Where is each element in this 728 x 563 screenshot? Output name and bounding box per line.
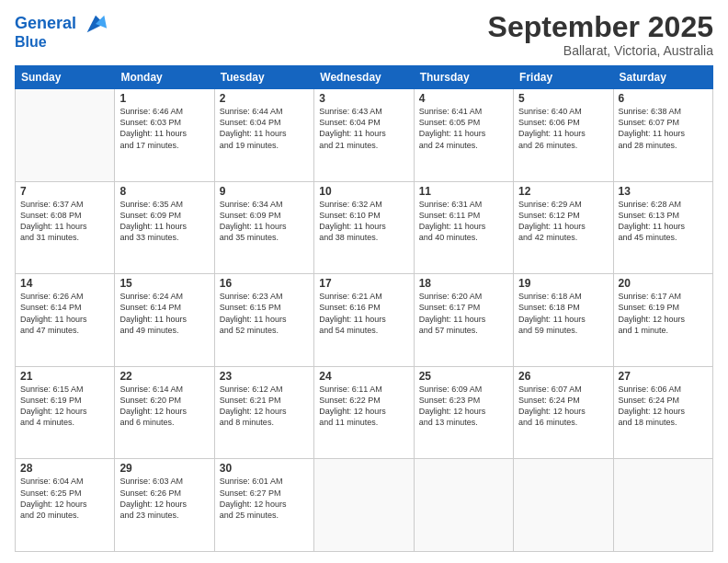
logo-icon	[83, 11, 108, 37]
logo-general: General	[15, 14, 76, 32]
day-number: 27	[619, 370, 708, 383]
location-subtitle: Ballarat, Victoria, Australia	[488, 43, 713, 58]
cell-info: Sunrise: 6:43 AMSunset: 6:04 PMDaylight:…	[319, 106, 408, 151]
cell-info: Sunrise: 6:32 AMSunset: 6:10 PMDaylight:…	[319, 199, 408, 244]
table-row: 5Sunrise: 6:40 AMSunset: 6:06 PMDaylight…	[514, 89, 613, 182]
table-row: 22Sunrise: 6:14 AMSunset: 6:20 PMDayligh…	[115, 366, 214, 459]
col-wednesday: Wednesday	[314, 66, 414, 89]
day-number: 17	[319, 277, 408, 290]
calendar-week-row: 14Sunrise: 6:26 AMSunset: 6:14 PMDayligh…	[16, 274, 713, 367]
cell-info: Sunrise: 6:03 AMSunset: 6:26 PMDaylight:…	[119, 476, 209, 521]
day-number: 6	[619, 92, 708, 105]
table-row: 20Sunrise: 6:17 AMSunset: 6:19 PMDayligh…	[613, 274, 712, 367]
cell-info: Sunrise: 6:11 AMSunset: 6:22 PMDaylight:…	[319, 384, 408, 429]
col-sunday: Sunday	[16, 66, 115, 89]
cell-info: Sunrise: 6:40 AMSunset: 6:06 PMDaylight:…	[518, 106, 608, 151]
day-number: 24	[319, 370, 408, 383]
day-number: 23	[220, 370, 309, 383]
cell-info: Sunrise: 6:35 AMSunset: 6:09 PMDaylight:…	[119, 199, 209, 244]
table-row	[314, 459, 414, 552]
day-number: 21	[20, 370, 109, 383]
table-row: 28Sunrise: 6:04 AMSunset: 6:25 PMDayligh…	[16, 459, 115, 552]
cell-info: Sunrise: 6:29 AMSunset: 6:12 PMDaylight:…	[518, 199, 608, 244]
day-number: 22	[119, 370, 209, 383]
day-number: 8	[119, 185, 209, 198]
cell-info: Sunrise: 6:01 AMSunset: 6:27 PMDaylight:…	[220, 476, 309, 521]
day-number: 19	[518, 277, 608, 290]
day-number: 4	[419, 92, 508, 105]
table-row: 8Sunrise: 6:35 AMSunset: 6:09 PMDaylight…	[115, 181, 214, 274]
table-row	[613, 459, 712, 552]
day-number: 11	[419, 185, 508, 198]
day-number: 15	[119, 277, 209, 290]
cell-info: Sunrise: 6:07 AMSunset: 6:24 PMDaylight:…	[518, 384, 608, 429]
table-row: 18Sunrise: 6:20 AMSunset: 6:17 PMDayligh…	[414, 274, 513, 367]
cell-info: Sunrise: 6:09 AMSunset: 6:23 PMDaylight:…	[419, 384, 508, 429]
day-number: 7	[20, 185, 109, 198]
cell-info: Sunrise: 6:26 AMSunset: 6:14 PMDaylight:…	[20, 291, 109, 336]
col-tuesday: Tuesday	[214, 66, 313, 89]
day-number: 30	[220, 462, 309, 475]
title-block: September 2025 Ballarat, Victoria, Austr…	[488, 11, 713, 58]
col-friday: Friday	[514, 66, 613, 89]
table-row: 16Sunrise: 6:23 AMSunset: 6:15 PMDayligh…	[214, 274, 313, 367]
table-row: 24Sunrise: 6:11 AMSunset: 6:22 PMDayligh…	[314, 366, 414, 459]
cell-info: Sunrise: 6:37 AMSunset: 6:08 PMDaylight:…	[20, 199, 109, 244]
cell-info: Sunrise: 6:23 AMSunset: 6:15 PMDaylight:…	[220, 291, 309, 336]
cell-info: Sunrise: 6:17 AMSunset: 6:19 PMDaylight:…	[619, 291, 708, 336]
cell-info: Sunrise: 6:20 AMSunset: 6:17 PMDaylight:…	[419, 291, 508, 336]
table-row: 13Sunrise: 6:28 AMSunset: 6:13 PMDayligh…	[613, 181, 712, 274]
cell-info: Sunrise: 6:31 AMSunset: 6:11 PMDaylight:…	[419, 199, 508, 244]
day-number: 18	[419, 277, 508, 290]
header: General Blue September 2025 Ballarat, Vi…	[15, 11, 713, 58]
logo: General Blue	[15, 11, 108, 51]
day-number: 14	[20, 277, 109, 290]
cell-info: Sunrise: 6:18 AMSunset: 6:18 PMDaylight:…	[518, 291, 608, 336]
cell-info: Sunrise: 6:04 AMSunset: 6:25 PMDaylight:…	[20, 476, 109, 521]
table-row: 21Sunrise: 6:15 AMSunset: 6:19 PMDayligh…	[16, 366, 115, 459]
day-number: 2	[220, 92, 309, 105]
table-row	[414, 459, 513, 552]
calendar-week-row: 28Sunrise: 6:04 AMSunset: 6:25 PMDayligh…	[16, 459, 713, 552]
page: General Blue September 2025 Ballarat, Vi…	[0, 0, 728, 563]
table-row: 12Sunrise: 6:29 AMSunset: 6:12 PMDayligh…	[514, 181, 613, 274]
day-number: 28	[20, 462, 109, 475]
table-row: 27Sunrise: 6:06 AMSunset: 6:24 PMDayligh…	[613, 366, 712, 459]
cell-info: Sunrise: 6:28 AMSunset: 6:13 PMDaylight:…	[619, 199, 708, 244]
table-row: 9Sunrise: 6:34 AMSunset: 6:09 PMDaylight…	[214, 181, 313, 274]
table-row: 14Sunrise: 6:26 AMSunset: 6:14 PMDayligh…	[16, 274, 115, 367]
table-row: 15Sunrise: 6:24 AMSunset: 6:14 PMDayligh…	[115, 274, 214, 367]
day-number: 5	[518, 92, 608, 105]
cell-info: Sunrise: 6:34 AMSunset: 6:09 PMDaylight:…	[220, 199, 309, 244]
table-row: 4Sunrise: 6:41 AMSunset: 6:05 PMDaylight…	[414, 89, 513, 182]
table-row: 10Sunrise: 6:32 AMSunset: 6:10 PMDayligh…	[314, 181, 414, 274]
cell-info: Sunrise: 6:15 AMSunset: 6:19 PMDaylight:…	[20, 384, 109, 429]
cell-info: Sunrise: 6:38 AMSunset: 6:07 PMDaylight:…	[619, 106, 708, 151]
cell-info: Sunrise: 6:12 AMSunset: 6:21 PMDaylight:…	[220, 384, 309, 429]
calendar-week-row: 21Sunrise: 6:15 AMSunset: 6:19 PMDayligh…	[16, 366, 713, 459]
table-row	[514, 459, 613, 552]
col-monday: Monday	[115, 66, 214, 89]
calendar-week-row: 1Sunrise: 6:46 AMSunset: 6:03 PMDaylight…	[16, 89, 713, 182]
cell-info: Sunrise: 6:46 AMSunset: 6:03 PMDaylight:…	[119, 106, 209, 151]
table-row: 19Sunrise: 6:18 AMSunset: 6:18 PMDayligh…	[514, 274, 613, 367]
cell-info: Sunrise: 6:44 AMSunset: 6:04 PMDaylight:…	[220, 106, 309, 151]
col-saturday: Saturday	[613, 66, 712, 89]
day-number: 13	[619, 185, 708, 198]
table-row: 26Sunrise: 6:07 AMSunset: 6:24 PMDayligh…	[514, 366, 613, 459]
table-row: 17Sunrise: 6:21 AMSunset: 6:16 PMDayligh…	[314, 274, 414, 367]
cell-info: Sunrise: 6:14 AMSunset: 6:20 PMDaylight:…	[119, 384, 209, 429]
cell-info: Sunrise: 6:24 AMSunset: 6:14 PMDaylight:…	[119, 291, 209, 336]
cell-info: Sunrise: 6:41 AMSunset: 6:05 PMDaylight:…	[419, 106, 508, 151]
day-number: 12	[518, 185, 608, 198]
cell-info: Sunrise: 6:21 AMSunset: 6:16 PMDaylight:…	[319, 291, 408, 336]
day-number: 1	[119, 92, 209, 105]
table-row: 6Sunrise: 6:38 AMSunset: 6:07 PMDaylight…	[613, 89, 712, 182]
table-row: 2Sunrise: 6:44 AMSunset: 6:04 PMDaylight…	[214, 89, 313, 182]
month-title: September 2025	[488, 11, 713, 43]
table-row: 29Sunrise: 6:03 AMSunset: 6:26 PMDayligh…	[115, 459, 214, 552]
day-number: 25	[419, 370, 508, 383]
header-row: Sunday Monday Tuesday Wednesday Thursday…	[16, 66, 713, 89]
day-number: 9	[220, 185, 309, 198]
col-thursday: Thursday	[414, 66, 513, 89]
